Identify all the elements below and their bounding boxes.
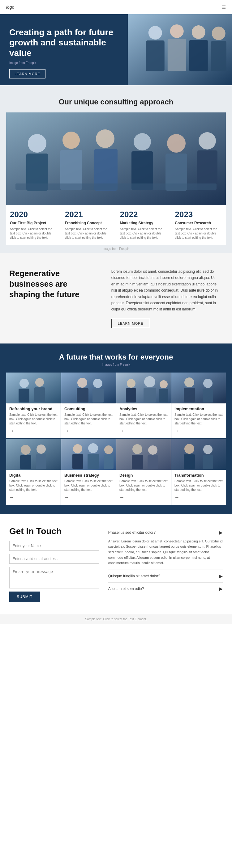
- svg-point-36: [144, 376, 155, 388]
- service-text-1: Sample text. Click to select the text bo…: [64, 413, 113, 426]
- svg-point-43: [203, 379, 212, 388]
- service-text-7: Sample text. Click to select the text bo…: [174, 479, 223, 492]
- contact-name-input[interactable]: [9, 541, 99, 551]
- footer: Sample text. Click to select the Text El…: [0, 614, 232, 624]
- timeline-item-2020: 2020 Our First Big Project Sample text. …: [6, 205, 61, 245]
- service-title-1: Consulting: [64, 406, 113, 411]
- svg-rect-45: [6, 439, 61, 470]
- svg-point-48: [36, 444, 46, 454]
- timeline-text-1: Sample text. Click to select the text bo…: [65, 227, 112, 240]
- faq-arrow-1: ▶: [219, 574, 223, 579]
- regen-right: Lorem ipsum dolor sit amet, consectetur …: [111, 269, 223, 328]
- svg-point-26: [35, 378, 44, 387]
- svg-point-65: [203, 445, 212, 454]
- consulting-people-svg: [6, 113, 226, 205]
- service-photo-4: [6, 439, 61, 470]
- service-text-3: Sample text. Click to select the text bo…: [174, 413, 223, 426]
- faq-question-0[interactable]: Phasellus sed efficitur dolor? ▶: [108, 526, 223, 539]
- service-photo-3: [171, 373, 226, 403]
- consulting-section: Our unique consulting approach: [0, 85, 232, 253]
- contact-message-input[interactable]: [9, 567, 99, 588]
- svg-rect-8: [211, 41, 226, 71]
- contact-email-input[interactable]: [9, 554, 99, 564]
- svg-rect-56: [104, 455, 114, 469]
- svg-rect-2: [146, 40, 164, 71]
- service-photo-6: [116, 439, 171, 470]
- timeline-year-0: 2020: [10, 210, 57, 219]
- svg-rect-22: [16, 184, 216, 190]
- svg-point-20: [199, 132, 216, 150]
- svg-rect-42: [184, 388, 195, 402]
- svg-rect-62: [171, 439, 226, 470]
- svg-rect-44: [203, 389, 213, 402]
- service-arrow-6[interactable]: →: [119, 495, 168, 500]
- svg-point-3: [170, 24, 183, 38]
- contact-form-area: Get In Touch SUBMIT: [9, 526, 99, 602]
- svg-point-60: [148, 445, 157, 455]
- service-card-2: Analytics Sample text. Click to select t…: [116, 373, 171, 438]
- service-text-6: Sample text. Click to select the text bo…: [119, 479, 168, 492]
- svg-rect-4: [167, 39, 186, 71]
- contact-submit-button[interactable]: SUBMIT: [9, 592, 40, 602]
- service-title-0: Refreshing your brand: [9, 406, 58, 411]
- future-title: A future that works for everyone: [6, 353, 226, 362]
- service-card-4: Digital Sample text. Click to select the…: [6, 439, 61, 505]
- consulting-title: Our unique consulting approach: [6, 98, 226, 106]
- service-arrow-1[interactable]: →: [64, 428, 113, 434]
- svg-point-5: [192, 25, 205, 39]
- regen-section: Regenerative businesses are shaping the …: [0, 253, 232, 343]
- hero-photo: [128, 14, 232, 85]
- hero-left: Creating a path for future growth and su…: [0, 14, 128, 85]
- svg-point-55: [104, 445, 113, 454]
- svg-rect-54: [88, 454, 99, 469]
- svg-rect-6: [189, 40, 208, 71]
- timeline-text-2: Sample text. Click to select the text bo…: [120, 227, 167, 240]
- svg-rect-32: [92, 389, 104, 402]
- svg-point-63: [184, 444, 194, 454]
- regen-text: Lorem ipsum dolor sit amet, consectetur …: [111, 269, 223, 313]
- service-arrow-3[interactable]: →: [174, 428, 223, 434]
- service-arrow-4[interactable]: →: [9, 495, 58, 500]
- hero-people-svg: [128, 14, 232, 85]
- service-arrow-2[interactable]: →: [119, 428, 168, 434]
- regen-learn-more-button[interactable]: LEARN MORE: [111, 319, 150, 328]
- contact-title: Get In Touch: [9, 526, 99, 536]
- svg-point-58: [133, 444, 142, 454]
- svg-point-24: [20, 379, 29, 388]
- faq-question-2[interactable]: Aliquam et sem odio? ▶: [108, 583, 223, 595]
- svg-rect-57: [116, 439, 171, 470]
- service-photo-1: [61, 373, 116, 403]
- future-section: A future that works for everyone Images …: [0, 343, 232, 514]
- service-photo-0: [6, 373, 61, 403]
- service-arrow-5[interactable]: →: [64, 495, 113, 500]
- timeline-subtitle-0: Our First Big Project: [10, 221, 57, 225]
- svg-rect-61: [148, 455, 158, 469]
- service-text-5: Sample text. Click to select the text bo…: [64, 479, 113, 492]
- svg-point-31: [93, 379, 103, 388]
- svg-point-1: [148, 26, 162, 39]
- service-title-7: Transformation: [174, 473, 223, 477]
- svg-rect-66: [203, 455, 213, 469]
- hero-learn-more-button[interactable]: LEARN MORE: [9, 69, 46, 79]
- timeline-text-0: Sample text. Click to select the text bo…: [10, 227, 57, 240]
- service-title-6: Design: [119, 473, 168, 477]
- service-text-2: Sample text. Click to select the text bo…: [119, 413, 168, 426]
- menu-icon[interactable]: ≡: [222, 3, 226, 11]
- contact-faq-area: Phasellus sed efficitur dolor? ▶ Answer.…: [108, 526, 223, 602]
- regen-left: Regenerative businesses are shaping the …: [9, 269, 99, 300]
- hero-image: [128, 14, 232, 85]
- service-title-5: Business strategy: [64, 473, 113, 477]
- service-text-4: Sample text. Click to select the text bo…: [9, 479, 58, 492]
- faq-arrow-0: ▶: [219, 530, 223, 535]
- svg-rect-40: [171, 373, 226, 403]
- service-photo-5: [61, 439, 116, 470]
- service-arrow-0[interactable]: →: [9, 428, 58, 434]
- service-arrow-7[interactable]: →: [174, 495, 223, 500]
- timeline-text-3: Sample text. Click to select the text bo…: [175, 227, 222, 240]
- faq-item-2: Aliquam et sem odio? ▶: [108, 583, 223, 595]
- future-image-credit: Images from Freepik: [6, 363, 226, 366]
- svg-point-51: [73, 444, 82, 454]
- faq-question-1[interactable]: Quisque fringilla sit amet dolor? ▶: [108, 570, 223, 582]
- svg-point-14: [96, 129, 114, 148]
- faq-answer-0: Answer. Lorem ipsum dolor sit amet, cons…: [108, 539, 223, 569]
